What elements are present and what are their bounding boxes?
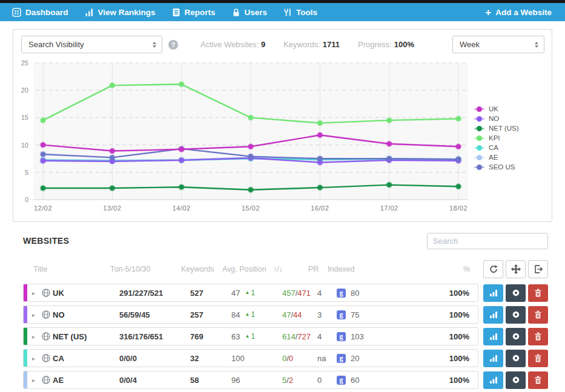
row-settings-button[interactable] bbox=[506, 350, 526, 367]
legend-item-net-us[interactable]: NET (US) bbox=[474, 125, 549, 132]
table-row: ▸ NO 56/59/45 257 84▲1 47/44 3 g75 100% bbox=[23, 305, 548, 324]
expand-row-icon[interactable]: ▸ bbox=[32, 290, 42, 296]
row-delete-button[interactable] bbox=[528, 350, 548, 367]
expand-row-icon[interactable]: ▸ bbox=[32, 355, 42, 362]
pr-value: na bbox=[317, 354, 337, 363]
moved-up-down: 5/2 bbox=[282, 376, 317, 385]
progress-percent: 100% bbox=[439, 289, 478, 298]
nav-users[interactable]: Users bbox=[232, 8, 268, 17]
legend-item-ae[interactable]: AE bbox=[474, 154, 549, 161]
row-delete-button[interactable] bbox=[528, 306, 548, 324]
stat-progress: Progress:100% bbox=[358, 40, 414, 49]
row-settings-button[interactable] bbox=[506, 371, 526, 389]
pr-value: 4 bbox=[317, 332, 337, 341]
legend-item-kpi[interactable]: KPI bbox=[474, 134, 549, 142]
col-up-down: ↑/↓ bbox=[273, 265, 308, 273]
svg-text:18/02: 18/02 bbox=[449, 204, 468, 212]
nav-label: Dashboard bbox=[25, 8, 68, 17]
legend-item-no[interactable]: NO bbox=[474, 115, 549, 122]
svg-text:25: 25 bbox=[21, 59, 28, 67]
moved-up-down: 47/44 bbox=[282, 310, 317, 319]
gear-icon bbox=[511, 353, 521, 363]
search-input[interactable] bbox=[427, 233, 548, 249]
website-title[interactable]: CA bbox=[53, 354, 119, 363]
chart-legend: UK NO NET (US) KPI CA AE bbox=[474, 59, 549, 218]
row-rankings-button[interactable] bbox=[483, 284, 503, 302]
row-settings-button[interactable] bbox=[506, 328, 526, 345]
progress-percent: 100% bbox=[439, 332, 478, 341]
metric-select-value: Search Visibility bbox=[28, 40, 84, 49]
indexed-cell: g80 bbox=[337, 289, 439, 298]
google-index-icon: g bbox=[337, 354, 346, 363]
lock-icon bbox=[232, 8, 240, 17]
export-button[interactable] bbox=[528, 260, 548, 278]
globe-icon bbox=[42, 310, 53, 319]
progress-percent: 100% bbox=[439, 376, 478, 385]
pr-value: 3 bbox=[317, 310, 337, 319]
svg-text:17/02: 17/02 bbox=[380, 204, 398, 212]
period-select[interactable]: Week bbox=[452, 36, 544, 53]
export-icon bbox=[533, 264, 544, 275]
legend-item-uk[interactable]: UK bbox=[474, 105, 549, 113]
table-header-row: Title Топ-5/10/30 Keywords Avg. Position… bbox=[23, 258, 548, 280]
svg-text:20: 20 bbox=[21, 87, 28, 94]
chart-panel: Search Visibility ? Active Websites:9 Ke… bbox=[13, 29, 552, 222]
row-delete-button[interactable] bbox=[528, 284, 548, 302]
expand-row-icon[interactable]: ▸ bbox=[32, 312, 42, 318]
pr-value: 0 bbox=[317, 376, 337, 385]
website-title[interactable]: AE bbox=[53, 376, 119, 385]
period-select-value: Week bbox=[460, 40, 480, 49]
website-title[interactable]: NET (US) bbox=[53, 332, 119, 341]
expand-row-icon[interactable]: ▸ bbox=[32, 377, 42, 384]
row-color-stripe bbox=[24, 350, 27, 367]
legend-item-seo-us[interactable]: SEO US bbox=[474, 163, 549, 171]
gear-icon bbox=[511, 310, 521, 319]
globe-icon bbox=[42, 332, 53, 341]
nav-reports[interactable]: Reports bbox=[172, 8, 216, 17]
row-delete-button[interactable] bbox=[528, 371, 548, 389]
expand-row-icon[interactable]: ▸ bbox=[32, 333, 42, 340]
gear-icon bbox=[511, 332, 521, 341]
row-settings-button[interactable] bbox=[506, 284, 526, 302]
trash-icon bbox=[534, 353, 543, 363]
legend-marker-icon bbox=[474, 126, 484, 131]
refresh-button[interactable] bbox=[483, 260, 503, 278]
nav-tools[interactable]: Tools bbox=[283, 8, 317, 17]
row-delete-button[interactable] bbox=[528, 328, 548, 345]
avg-position: 84▲1 bbox=[231, 310, 282, 319]
row-rankings-button[interactable] bbox=[483, 371, 503, 389]
row-settings-button[interactable] bbox=[506, 306, 526, 324]
keywords-count: 769 bbox=[190, 332, 231, 341]
col-avg-position: Avg. Position bbox=[222, 265, 273, 273]
visibility-chart: 051015202512/0213/0214/0215/0216/0217/02… bbox=[13, 58, 552, 221]
help-icon[interactable]: ? bbox=[168, 40, 178, 50]
nav-dashboard[interactable]: Dashboard bbox=[12, 8, 68, 17]
row-rankings-button[interactable] bbox=[483, 328, 503, 345]
google-index-icon: g bbox=[337, 310, 346, 319]
bar-chart-icon bbox=[489, 375, 498, 385]
legend-item-ca[interactable]: CA bbox=[474, 144, 549, 151]
svg-text:15: 15 bbox=[21, 114, 28, 121]
google-index-icon: g bbox=[337, 332, 346, 341]
metric-select[interactable]: Search Visibility bbox=[21, 36, 162, 53]
gear-icon bbox=[511, 288, 521, 298]
row-rankings-button[interactable] bbox=[483, 306, 503, 324]
nav-view-rankings[interactable]: View Rankings bbox=[85, 8, 156, 17]
nav-label: Users bbox=[245, 8, 268, 17]
nav-label: Reports bbox=[185, 8, 216, 17]
row-rankings-button[interactable] bbox=[483, 350, 503, 367]
legend-marker-icon bbox=[474, 145, 484, 151]
stat-active-websites: Active Websites:9 bbox=[200, 40, 265, 49]
col-percent: % bbox=[440, 265, 478, 273]
website-title[interactable]: NO bbox=[53, 310, 119, 319]
website-title[interactable]: UK bbox=[53, 289, 119, 298]
add-website-button[interactable]: + Add a Website bbox=[485, 7, 552, 18]
legend-marker-icon bbox=[474, 165, 484, 170]
avg-position: 96 bbox=[231, 376, 282, 385]
table-row: ▸ UK 291/227/521 527 47▲1 457/471 4 g80 … bbox=[23, 284, 548, 302]
row-color-stripe bbox=[24, 306, 27, 323]
keywords-count: 257 bbox=[190, 310, 231, 319]
reorder-button[interactable] bbox=[506, 260, 526, 278]
table-row: ▸ NET (US) 316/176/651 769 63▲1 614/727 … bbox=[23, 327, 548, 345]
indexed-cell: g20 bbox=[337, 354, 439, 363]
